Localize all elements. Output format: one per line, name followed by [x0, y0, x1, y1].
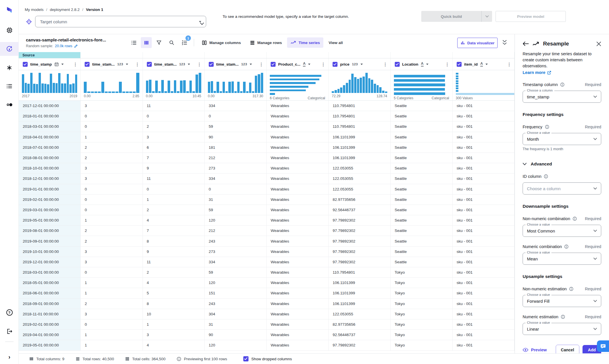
expand-sidebar-icon[interactable]: › [0, 350, 19, 364]
table-cell: 9 [143, 247, 205, 257]
numeric-estimation-select[interactable]: Choose a value Linear [523, 323, 601, 335]
close-icon[interactable] [596, 41, 601, 46]
chevron-down-icon[interactable] [250, 64, 252, 65]
breadcrumb-my-models[interactable]: My models [25, 7, 43, 12]
table-cell: 7 [143, 153, 205, 163]
kebab-menu-icon[interactable]: ⋮ [445, 62, 449, 66]
column-checkbox[interactable] [147, 62, 152, 67]
advanced-toggle[interactable]: Advanced [523, 161, 601, 167]
column-checkbox[interactable] [271, 62, 276, 67]
chevron-down-icon[interactable] [126, 64, 128, 65]
table-cell: 120 [205, 215, 267, 226]
table-cell: sku - 001 [453, 278, 515, 288]
kebab-menu-icon[interactable]: ⋮ [507, 62, 511, 66]
data-visualizer-button[interactable]: Data visualizer [457, 38, 498, 48]
grid-view-icon[interactable] [141, 37, 152, 48]
workflow-icon[interactable] [0, 61, 19, 75]
kebab-menu-icon[interactable]: ⋮ [321, 62, 325, 66]
preview-button[interactable]: Preview [523, 348, 547, 352]
chevron-down-icon [593, 328, 597, 330]
table-cell: Wearables [267, 340, 329, 350]
column-header-item_id: item_idA⋮ [453, 58, 515, 70]
id-column-select[interactable]: Choose a column [523, 182, 601, 195]
timestamp-column-select[interactable]: Choose a column time_stamp [523, 91, 601, 103]
circles-icon[interactable] [0, 98, 19, 112]
column-checkbox[interactable] [395, 62, 400, 67]
edit-pencil-icon[interactable] [74, 44, 78, 48]
random-sample: Random sample: 20.0k rows [26, 44, 78, 48]
rows-icon [75, 357, 80, 361]
preview-model-button[interactable]: Preview model [496, 11, 566, 22]
help-icon[interactable]: ? [0, 306, 19, 319]
chevron-down-icon[interactable] [61, 64, 64, 65]
histogram-time_stamp: 20172019 [19, 70, 81, 100]
column-checkbox[interactable] [457, 62, 462, 67]
number-type-icon: 123 [179, 62, 185, 66]
table-cell: Wearables [267, 142, 329, 153]
back-arrow-icon[interactable] [523, 41, 529, 46]
kebab-menu-icon[interactable]: ⋮ [383, 62, 388, 66]
view-all-button[interactable]: View all [325, 38, 346, 47]
table-cell: Wearables [267, 111, 329, 121]
chevron-down-icon[interactable] [308, 64, 310, 65]
table-cell: Seattle [391, 101, 453, 111]
quick-build-button[interactable]: Quick build [421, 11, 492, 22]
filter-icon[interactable] [153, 37, 164, 48]
sample-size-link[interactable]: 20.0k rows [55, 44, 72, 48]
collapse-double-chevron-icon[interactable] [502, 39, 507, 45]
table-cell: Seattle [391, 226, 453, 236]
logout-icon[interactable] [0, 324, 19, 338]
table-cell: 122.053055 [329, 174, 390, 184]
target-column-select[interactable]: Target column [35, 16, 206, 27]
status-bar: Total columns: 9 Total rows: 40,500 Tota… [19, 353, 609, 364]
id-column-field: ID column Choose a column [523, 174, 601, 195]
table-row: 2018-04-01 00:00:001390Wearables106.1101… [19, 132, 515, 142]
frequency-select[interactable]: Choose a value Month [523, 133, 601, 145]
column-checkbox[interactable] [209, 62, 214, 67]
numeric-combination-select[interactable]: Choose a value Mean [523, 253, 601, 265]
steps-list-icon[interactable]: 1 [179, 37, 190, 48]
table-cell: Seattle [391, 142, 453, 153]
chevron-down-icon[interactable] [361, 64, 363, 65]
column-checkbox[interactable] [333, 62, 337, 67]
table-cell: sku - 001 [453, 247, 515, 257]
chevron-down-icon[interactable] [188, 64, 190, 65]
source-tab[interactable]: Source [19, 52, 81, 58]
show-dropped-checkbox[interactable] [243, 356, 248, 361]
quick-build-dropdown[interactable] [482, 11, 492, 22]
table-row: 2018-10-01 00:00:0039273Wearables122.053… [19, 163, 515, 174]
kebab-menu-icon[interactable]: ⋮ [259, 62, 263, 66]
list-view-icon[interactable] [128, 37, 139, 48]
kebab-menu-icon[interactable]: ⋮ [73, 62, 77, 66]
chip-icon[interactable] [0, 23, 19, 37]
table-cell: 2019-05-01 00:00:00 [19, 340, 81, 350]
kebab-menu-icon[interactable]: ⋮ [197, 62, 202, 66]
learn-more-link[interactable]: Learn more [523, 70, 601, 75]
table-row: 2019-12-01 00:00:00311334Wearables97.798… [19, 257, 515, 267]
table-cell: 2019-12-01 00:00:00 [19, 257, 81, 267]
chevron-down-icon[interactable] [485, 64, 488, 65]
manage-rows-button[interactable]: Manage rows [246, 38, 286, 48]
time-series-button[interactable]: Time series [287, 37, 323, 48]
breadcrumb-deployment[interactable]: deployment 2.8.2 [50, 7, 80, 12]
table-cell: 92.56446737 [329, 205, 390, 215]
search-icon[interactable] [166, 37, 177, 48]
chat-widget-button[interactable] [597, 340, 609, 352]
table-cell: 2 [81, 226, 143, 236]
build-model-icon[interactable] [0, 42, 19, 56]
kebab-menu-icon[interactable]: ⋮ [135, 62, 140, 66]
chevron-down-icon[interactable] [426, 64, 428, 65]
non-numeric-estimation-select[interactable]: Choose a value Forward Fill [523, 295, 601, 307]
non-numeric-combination-select[interactable]: Choose a value Most Common [523, 225, 601, 237]
column-checkbox[interactable] [23, 62, 28, 67]
table-cell: 1 [81, 330, 143, 340]
list-icon[interactable] [0, 79, 19, 93]
table-cell: 7 [143, 226, 205, 236]
histogram-time_stam: 0.002.85 [81, 70, 143, 100]
table-row: 2018-03-01 00:00:000259Wearables110.7954… [19, 121, 515, 132]
table-cell: Seattle [391, 236, 453, 246]
manage-columns-button[interactable]: Manage columns [198, 38, 244, 48]
table-cell: 31 [205, 319, 267, 330]
column-checkbox[interactable] [85, 62, 90, 67]
table-cell: Wearables [267, 205, 329, 215]
